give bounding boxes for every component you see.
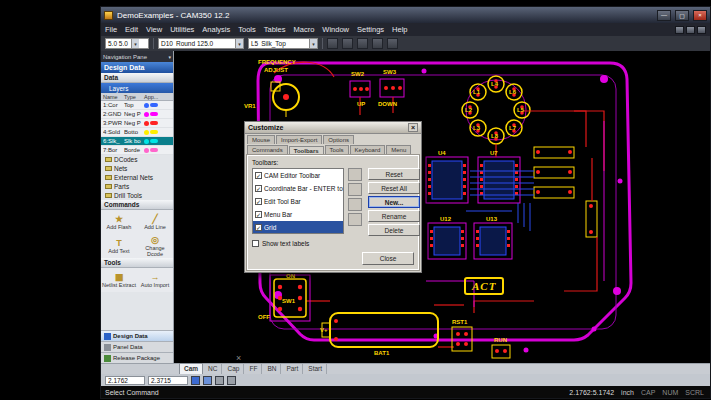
reset-button[interactable]: Reset bbox=[368, 168, 420, 180]
snap-toggle-button[interactable] bbox=[191, 376, 200, 385]
layer-color-swatch[interactable] bbox=[144, 121, 149, 126]
layer-color-swatch[interactable] bbox=[144, 112, 149, 117]
list-item[interactable]: ✓ Edit Tool Bar bbox=[253, 195, 343, 208]
chevron-down-icon[interactable]: ▾ bbox=[235, 39, 243, 48]
checkbox-checked[interactable]: ✓ bbox=[255, 172, 262, 179]
toolbar-button-1[interactable] bbox=[327, 38, 338, 49]
tools-section-header[interactable]: Tools bbox=[101, 258, 173, 268]
toolbar-button-2[interactable] bbox=[342, 38, 353, 49]
data-section-header[interactable]: Data bbox=[101, 73, 173, 83]
layer-shape-swatch[interactable] bbox=[150, 148, 158, 152]
layer-color-swatch[interactable] bbox=[144, 130, 149, 135]
minimize-button[interactable]: — bbox=[657, 10, 671, 21]
navigation-pane-header[interactable]: Navigation Pane ▾ bbox=[101, 51, 173, 62]
toolbar-button-3[interactable] bbox=[357, 38, 368, 49]
menu-tables[interactable]: Tables bbox=[264, 25, 286, 34]
list-item-selected[interactable]: ✓ Grid bbox=[253, 221, 343, 234]
list-item[interactable]: ✓ Menu Bar bbox=[253, 208, 343, 221]
layer-color-swatch[interactable] bbox=[144, 103, 149, 108]
layer-color-swatch[interactable] bbox=[144, 148, 149, 153]
tab-bn[interactable]: BN bbox=[263, 364, 281, 374]
menu-analysis[interactable]: Analysis bbox=[202, 25, 230, 34]
pcb-canvas[interactable]: FREQUENCY ADJUST VR1 SW2 UP SW3 DOWN L4 … bbox=[174, 51, 710, 363]
layers-item[interactable]: Layers bbox=[101, 83, 173, 93]
grid-toggle-button[interactable] bbox=[203, 376, 212, 385]
add-text-command[interactable]: T Add Text bbox=[101, 234, 137, 258]
status-button-1[interactable] bbox=[215, 376, 224, 385]
tab-release-package[interactable]: Release Package bbox=[101, 352, 173, 363]
auto-import-tool[interactable]: → Auto Import bbox=[137, 268, 173, 292]
dialog-title-bar[interactable]: Customize × bbox=[245, 122, 421, 134]
layer-row-4[interactable]: 4:Sold Botto bbox=[101, 128, 173, 137]
menu-view[interactable]: View bbox=[146, 25, 162, 34]
tab-menu[interactable]: Menu bbox=[386, 145, 411, 154]
menu-window[interactable]: Window bbox=[322, 25, 349, 34]
menu-utilities[interactable]: Utilities bbox=[170, 25, 194, 34]
tab-commands[interactable]: Commands bbox=[247, 145, 288, 154]
tab-tools[interactable]: Tools bbox=[325, 145, 349, 154]
layer-select[interactable]: L5 Silk_Top ▾ bbox=[248, 38, 318, 49]
layer-shape-swatch[interactable] bbox=[150, 103, 158, 107]
layer-row-3[interactable]: 3:PWR Neg P bbox=[101, 119, 173, 128]
dialog-close-button[interactable]: Close bbox=[362, 252, 414, 265]
list-item[interactable]: ✓ CAM Editor Toolbar bbox=[253, 169, 343, 182]
tab-toolbars[interactable]: Toolbars bbox=[289, 146, 324, 155]
tab-nc[interactable]: NC bbox=[204, 364, 222, 374]
menu-window-icon-2[interactable] bbox=[686, 26, 695, 34]
tab-cam[interactable]: Cam bbox=[179, 363, 203, 374]
menu-settings[interactable]: Settings bbox=[357, 25, 384, 34]
layer-row-2[interactable]: 2:GND Neg P bbox=[101, 110, 173, 119]
menu-window-icon-1[interactable] bbox=[675, 26, 684, 34]
dialog-close-icon[interactable]: × bbox=[408, 123, 418, 132]
tab-start[interactable]: Start bbox=[304, 364, 327, 374]
change-dcode-command[interactable]: ◎ Change Dcode bbox=[137, 234, 173, 258]
maximize-button[interactable]: ▢ bbox=[675, 10, 689, 21]
chevron-down-icon[interactable]: ▾ bbox=[309, 39, 317, 48]
layer-row-6[interactable]: 6:Slk_ Slk bo bbox=[101, 137, 173, 146]
layer-color-swatch[interactable] bbox=[144, 139, 149, 144]
checkbox-checked[interactable]: ✓ bbox=[255, 224, 262, 231]
layer-row-7[interactable]: 7:Bor Borde bbox=[101, 146, 173, 155]
tree-item-external-nets[interactable]: External Nets bbox=[101, 173, 173, 182]
menu-tools[interactable]: Tools bbox=[238, 25, 256, 34]
add-line-command[interactable]: ╱ Add Line bbox=[137, 210, 173, 234]
tab-part[interactable]: Part bbox=[282, 364, 303, 374]
layer-shape-swatch[interactable] bbox=[150, 121, 158, 125]
menu-help[interactable]: Help bbox=[392, 25, 407, 34]
toolbar-button-4[interactable] bbox=[372, 38, 383, 49]
tab-cap[interactable]: Cap bbox=[223, 364, 244, 374]
close-button[interactable]: × bbox=[693, 10, 707, 21]
tab-keyboard[interactable]: Keyboard bbox=[350, 145, 386, 154]
checkbox-checked[interactable]: ✓ bbox=[255, 198, 262, 205]
tree-item-parts[interactable]: Parts bbox=[101, 182, 173, 191]
layer-row-1[interactable]: 1:Cor Top bbox=[101, 101, 173, 110]
rename-button[interactable]: Rename bbox=[368, 210, 420, 222]
menu-file[interactable]: File bbox=[105, 25, 117, 34]
toolbar-button-5[interactable] bbox=[387, 38, 398, 49]
toolbars-listbox[interactable]: ✓ CAM Editor Toolbar ✓ Coordinate Bar - … bbox=[252, 168, 344, 234]
chevron-down-icon[interactable]: ▾ bbox=[168, 54, 171, 60]
layer-shape-swatch[interactable] bbox=[150, 112, 158, 116]
tree-item-dcodes[interactable]: DCodes bbox=[101, 155, 173, 164]
tab-design-data[interactable]: Design Data bbox=[101, 330, 173, 341]
tab-options[interactable]: Options bbox=[323, 135, 354, 144]
layer-shape-swatch[interactable] bbox=[150, 130, 158, 134]
chevron-down-icon[interactable]: ▾ bbox=[131, 39, 139, 48]
menu-window-icon-3[interactable] bbox=[697, 26, 706, 34]
netlist-extract-tool[interactable]: ▦ Netlist Extract bbox=[101, 268, 137, 292]
show-text-labels-row[interactable]: Show text labels bbox=[252, 240, 309, 247]
tab-mouse[interactable]: Mouse bbox=[247, 135, 275, 144]
tab-ff[interactable]: FF bbox=[245, 364, 262, 374]
menu-macro[interactable]: Macro bbox=[293, 25, 314, 34]
checkbox-checked[interactable]: ✓ bbox=[255, 211, 262, 218]
tab-import-export[interactable]: Import-Export bbox=[276, 135, 322, 144]
commands-section-header[interactable]: Commands bbox=[101, 200, 173, 210]
delete-button[interactable]: Delete bbox=[368, 224, 420, 236]
checkbox-checked[interactable]: ✓ bbox=[255, 185, 262, 192]
layer-shape-swatch[interactable] bbox=[150, 139, 158, 143]
tree-item-nets[interactable]: Nets bbox=[101, 164, 173, 173]
new-button[interactable]: New... bbox=[368, 196, 420, 208]
list-item[interactable]: ✓ Coordinate Bar - ENTER to accept; @ fo… bbox=[253, 182, 343, 195]
menu-edit[interactable]: Edit bbox=[125, 25, 138, 34]
tree-item-drill-tools[interactable]: Drill Tools bbox=[101, 191, 173, 200]
